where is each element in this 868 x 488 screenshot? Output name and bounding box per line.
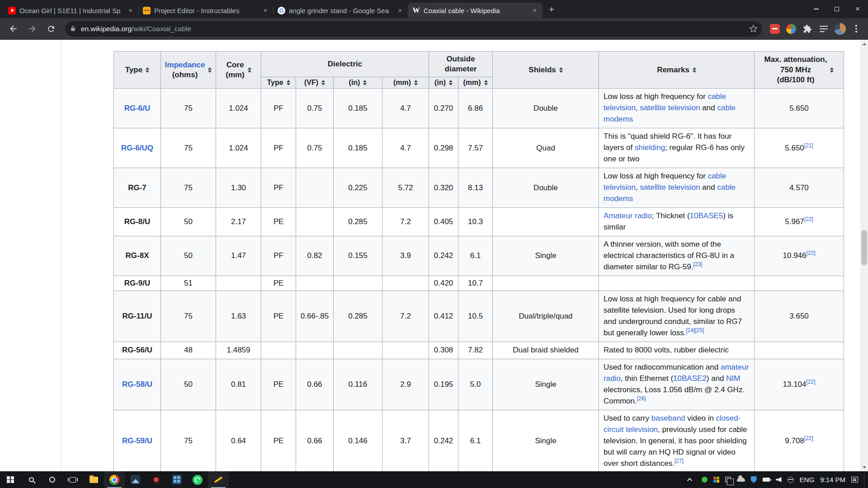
impedance-link[interactable]: Impedance	[165, 60, 205, 70]
security-shield-icon[interactable]	[751, 476, 757, 483]
action-center-icon[interactable]	[851, 477, 858, 483]
reading-list-button[interactable]	[816, 22, 831, 36]
photos-app-button[interactable]	[125, 471, 146, 488]
tray-green-status-icon[interactable]	[702, 477, 708, 483]
extensions-menu-button[interactable]	[800, 22, 815, 36]
wiki-link[interactable]: NIM	[726, 374, 740, 383]
minimize-button[interactable]	[806, 0, 826, 18]
header-label: Type	[125, 66, 142, 75]
tab-instructables[interactable]: Project Editor - Instructables ×	[138, 3, 273, 18]
back-button[interactable]	[5, 20, 22, 38]
reference-link[interactable]: [23]	[693, 261, 702, 267]
new-tab-button[interactable]: +	[545, 4, 558, 16]
reload-button[interactable]	[42, 20, 60, 38]
reload-icon	[47, 24, 56, 33]
address-bar[interactable]: en.wikipedia.org/wiki/Coaxial_cable	[65, 21, 762, 37]
tab-close-icon[interactable]: ×	[261, 6, 269, 14]
clock[interactable]: 9:14 PM	[820, 476, 845, 483]
reference-link[interactable]: [26]	[637, 395, 646, 402]
cable-type-link[interactable]: RG-58/U	[122, 380, 152, 389]
cell-type: RG-6/UQ	[114, 128, 161, 168]
extension-color-button[interactable]	[784, 22, 798, 36]
cell-impedance: 75	[161, 128, 216, 168]
drawing-app-button[interactable]	[208, 471, 229, 488]
scrollbar-down-arrow[interactable]	[860, 464, 868, 471]
col-header-shields[interactable]: Shields	[493, 52, 599, 89]
extension-red-button[interactable]	[768, 22, 782, 36]
cable-type-link[interactable]: RG-6/UQ	[121, 144, 153, 152]
cortana-button[interactable]	[42, 471, 62, 488]
forward-button[interactable]	[24, 20, 41, 38]
tab-close-icon[interactable]: ×	[127, 6, 135, 14]
scrollbar-up-arrow[interactable]	[860, 40, 868, 48]
col-header-impedance[interactable]: Impedance (ohms)	[161, 52, 216, 89]
reference-link[interactable]: [27]	[675, 458, 684, 464]
cell-impedance: 50	[161, 236, 216, 276]
tab-title: Ocean Girl | S1E11 | Industrial Sp	[19, 7, 123, 14]
tray-expand-button[interactable]	[685, 478, 696, 482]
browser-menu-button[interactable]	[849, 22, 863, 36]
scrollbar-thumb[interactable]	[861, 230, 867, 265]
start-button[interactable]	[0, 471, 21, 488]
reference-link[interactable]: [25]	[695, 327, 704, 333]
reference-link[interactable]: [21]	[804, 142, 813, 149]
col-header-type[interactable]: Type	[114, 52, 161, 89]
search-button[interactable]	[21, 471, 42, 488]
google-favicon-icon: G	[278, 7, 285, 14]
col-header-remarks[interactable]: Remarks	[599, 52, 755, 89]
onedrive-icon[interactable]	[737, 478, 745, 482]
cell-attenuation: 13.104[22]	[755, 359, 844, 410]
page-scrollbar[interactable]	[860, 40, 868, 471]
tab-google-search[interactable]: G angle grinder stand - Google Sea ×	[273, 3, 408, 18]
maximize-button[interactable]	[826, 0, 847, 18]
sort-icon	[449, 80, 453, 85]
col-header-vf[interactable]: (VF)	[296, 77, 334, 89]
reference-link[interactable]: [22]	[807, 250, 816, 257]
wiki-link[interactable]: 10BASE5	[690, 211, 723, 220]
cable-type-link[interactable]: RG-6/U	[124, 104, 151, 113]
media-app-button[interactable]	[146, 471, 166, 488]
profile-button[interactable]	[833, 22, 847, 36]
chrome-taskbar-button[interactable]	[104, 471, 125, 488]
network-icon[interactable]	[788, 477, 794, 483]
reference-link[interactable]: [22]	[804, 216, 813, 222]
wiki-link[interactable]: shielding	[635, 143, 665, 152]
tab-wikipedia-active[interactable]: W Coaxial cable - Wikipedia ×	[408, 3, 542, 18]
tab-close-icon[interactable]: ×	[531, 6, 539, 14]
col-header-core[interactable]: Core (mm)	[216, 52, 261, 89]
wiki-link[interactable]: 10BASE2	[673, 374, 707, 383]
tab-youtube[interactable]: Ocean Girl | S1E11 | Industrial Sp ×	[4, 3, 138, 18]
whatsapp-button[interactable]	[187, 471, 208, 488]
show-desktop-button[interactable]	[864, 471, 866, 488]
cable-type-link[interactable]: RG-59/U	[122, 436, 152, 445]
speaker-icon[interactable]	[776, 477, 782, 482]
tray-color-app-icon[interactable]	[713, 477, 719, 483]
cell-type: RG-6/U	[114, 89, 161, 128]
url-text[interactable]: en.wikipedia.org/wiki/Coaxial_cable	[81, 25, 749, 33]
calculator-app-button[interactable]	[166, 471, 187, 488]
cell-attenuation	[755, 342, 844, 359]
battery-icon[interactable]	[763, 478, 770, 482]
tab-close-icon[interactable]: ×	[396, 6, 404, 14]
col-header-od-in[interactable]: (in)	[429, 77, 458, 89]
col-header-dielectric-mm[interactable]: (mm)	[382, 77, 429, 89]
wiki-link[interactable]: satellite television	[640, 183, 700, 192]
bookmark-star-icon[interactable]	[749, 24, 758, 33]
wiki-link[interactable]: baseband	[651, 414, 685, 422]
reference-link[interactable]: [24]	[686, 327, 695, 333]
reference-link[interactable]: [22]	[804, 436, 813, 442]
language-indicator[interactable]: ENG	[800, 476, 815, 483]
col-header-max-attenuation[interactable]: Max. attenuation, 750 MHz (dB/100 ft)	[755, 52, 844, 89]
col-header-dielectric-type[interactable]: Type	[261, 77, 296, 89]
header-label: Max. attenuation,	[764, 55, 827, 65]
col-header-dielectric-in[interactable]: (in)	[334, 77, 382, 89]
window-controls: ×	[806, 0, 868, 18]
reference-link[interactable]: [22]	[807, 379, 816, 385]
close-button[interactable]: ×	[847, 0, 868, 18]
file-explorer-button[interactable]	[83, 471, 104, 488]
col-header-od-mm[interactable]: (mm)	[458, 77, 493, 89]
wiki-link[interactable]: satellite television	[640, 103, 700, 112]
tray-windows-app-icon[interactable]	[725, 477, 731, 483]
task-view-button[interactable]	[62, 471, 83, 488]
wiki-link[interactable]: Amateur radio	[604, 211, 652, 220]
